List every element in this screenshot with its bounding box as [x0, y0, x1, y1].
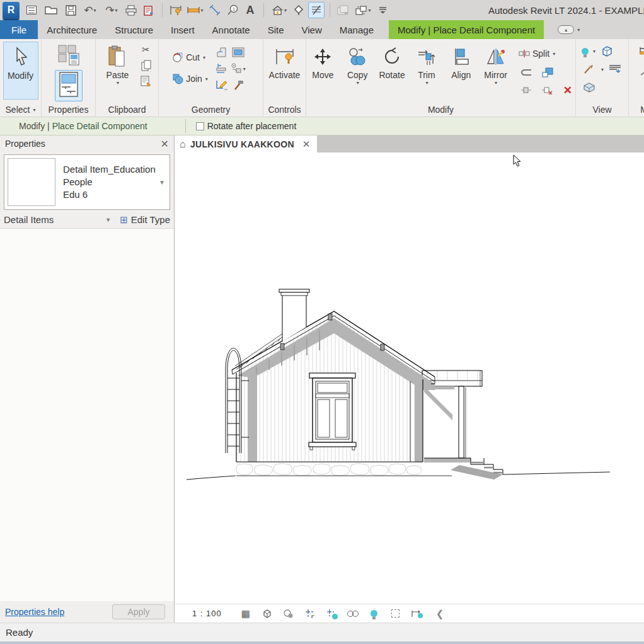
mirror-caret[interactable]: ▾: [495, 80, 497, 86]
home-view-icon[interactable]: ⌂: [180, 139, 186, 150]
panel-caption-geometry[interactable]: Geometry: [159, 103, 263, 117]
wall-joins-icon[interactable]: ▾: [231, 62, 246, 76]
measure-icon[interactable]: ▾: [185, 2, 205, 18]
rotate-button[interactable]: Rotate: [376, 42, 409, 80]
panel-caption-select[interactable]: Select▾: [0, 103, 41, 117]
section-box-icon[interactable]: [582, 81, 597, 95]
drawing-viewport[interactable]: [175, 152, 644, 604]
view-tab-active[interactable]: ⌂ JULKISIVU KAAKKOON ✕: [175, 135, 317, 152]
rotate-after-placement-checkbox[interactable]: [196, 122, 204, 130]
reveal-hidden-elements-icon[interactable]: [368, 607, 381, 620]
view-cube-icon[interactable]: [599, 44, 614, 58]
detail-level-icon[interactable]: ▦: [239, 607, 252, 620]
crop-view-icon[interactable]: [304, 607, 316, 620]
type-selector-caret[interactable]: ▼: [159, 179, 165, 186]
view-tab-close-icon[interactable]: ✕: [302, 139, 311, 150]
redo-icon[interactable]: ↷▾: [101, 2, 122, 18]
panel-caption-properties[interactable]: Properties: [42, 103, 95, 117]
split-button[interactable]: Split ▾: [519, 45, 575, 62]
apply-button[interactable]: Apply: [112, 604, 165, 619]
edit-type-button[interactable]: ⊞ Edit Type: [120, 214, 170, 226]
undo-icon[interactable]: ↶▾: [80, 2, 100, 18]
switch-windows-icon[interactable]: ▾: [353, 2, 373, 18]
family-types-button[interactable]: [57, 43, 81, 69]
match-type-properties-icon[interactable]: [139, 74, 154, 88]
demolish-icon[interactable]: [231, 78, 246, 92]
cut-caret[interactable]: ▾: [203, 55, 205, 60]
linework-brush-icon[interactable]: [582, 62, 597, 76]
reveal-hidden-ribbon-icon[interactable]: [582, 48, 589, 55]
panel-caption-measure[interactable]: Me: [629, 103, 644, 117]
tab-architecture[interactable]: Architecture: [38, 20, 106, 39]
print-icon[interactable]: [123, 2, 139, 18]
tab-structure[interactable]: Structure: [106, 20, 162, 39]
edit-profile-icon[interactable]: [214, 78, 229, 92]
properties-header[interactable]: Properties ✕: [0, 135, 174, 152]
properties-palette-button[interactable]: [55, 70, 83, 101]
pin-icon[interactable]: [519, 83, 534, 97]
cut-to-clipboard-icon[interactable]: ✂: [139, 43, 154, 57]
tab-manage[interactable]: Manage: [331, 20, 382, 39]
sun-path-icon[interactable]: [282, 607, 295, 620]
tab-site[interactable]: Site: [259, 20, 293, 39]
tab-view[interactable]: View: [293, 20, 331, 39]
undo-caret[interactable]: ▾: [94, 8, 96, 13]
print-preview-icon[interactable]: [141, 2, 157, 18]
unpin-icon[interactable]: [539, 83, 555, 97]
tab-annotate[interactable]: Annotate: [204, 20, 259, 39]
thin-lines-icon[interactable]: [308, 2, 325, 18]
temporary-hide-isolate-icon[interactable]: [347, 607, 359, 620]
activate-dimensions-icon[interactable]: [168, 2, 184, 18]
panel-caption-view[interactable]: View: [576, 103, 628, 117]
open-icon[interactable]: [41, 2, 61, 18]
panel-caption-clipboard[interactable]: Clipboard: [96, 103, 158, 117]
rotate-after-placement-option[interactable]: Rotate after placement: [196, 121, 297, 131]
mirror-button[interactable]: Mirror ▾: [479, 42, 512, 86]
scale-icon[interactable]: [540, 66, 555, 79]
trim-button[interactable]: Trim ▾: [410, 42, 444, 86]
view-scale[interactable]: 1 : 100: [192, 609, 222, 618]
underlay-icon[interactable]: [607, 62, 623, 76]
temporary-view-properties-icon[interactable]: [389, 607, 402, 620]
reveal-caret[interactable]: ▾: [593, 49, 595, 54]
measure-between-icon[interactable]: [639, 64, 644, 78]
paint-icon[interactable]: [214, 45, 229, 59]
tab-file[interactable]: File: [0, 20, 38, 39]
section-icon[interactable]: [290, 2, 307, 18]
customize-quick-access-icon[interactable]: [374, 2, 391, 18]
project-window-icon[interactable]: [23, 2, 40, 18]
tab-insert[interactable]: Insert: [162, 20, 204, 39]
show-crop-region-icon[interactable]: [325, 607, 338, 620]
properties-help-link[interactable]: Properties help: [5, 607, 64, 617]
modify-tool-button[interactable]: Modify: [3, 42, 38, 100]
ribbon-toggle-caret[interactable]: ▾: [577, 27, 580, 33]
brush-caret[interactable]: ▾: [601, 67, 604, 72]
copy-caret[interactable]: ▾: [357, 80, 359, 86]
ribbon-display-toggle[interactable]: ▲ ▾: [558, 20, 580, 39]
measure-dimension-icon[interactable]: [639, 44, 644, 58]
properties-close-icon[interactable]: ✕: [161, 138, 169, 150]
activate-dimensions-button[interactable]: Activate: [268, 42, 302, 80]
copy-button[interactable]: Copy ▾: [341, 42, 374, 86]
join-caret[interactable]: ▾: [205, 76, 208, 82]
apply-view-template-icon[interactable]: [231, 45, 246, 59]
beam-joins-icon[interactable]: [214, 62, 229, 76]
type-selector[interactable]: Detail Item_Education People Edu 6 ▼: [4, 154, 170, 210]
switch-windows-caret[interactable]: ▾: [368, 8, 371, 13]
tab-modify-contextual[interactable]: Modify | Place Detail Component: [389, 20, 544, 39]
redo-caret[interactable]: ▾: [115, 8, 118, 13]
cut-geometry-button[interactable]: Cut ▾: [172, 49, 208, 66]
delete-icon[interactable]: ✕: [560, 83, 575, 97]
visual-style-icon[interactable]: [261, 607, 273, 620]
split-caret[interactable]: ▾: [553, 51, 555, 57]
copy-to-clipboard-icon[interactable]: [139, 59, 154, 72]
view-caret[interactable]: ▾: [284, 8, 287, 13]
wall-joins-caret[interactable]: ▾: [243, 66, 246, 72]
paste-button[interactable]: Paste ▾: [101, 42, 135, 86]
revit-logo-icon[interactable]: R: [3, 2, 20, 19]
filter-chevron-icon[interactable]: ▼: [105, 217, 111, 223]
worksets-display-icon[interactable]: [411, 607, 423, 620]
panel-caption-controls[interactable]: Controls: [263, 103, 306, 117]
panel-caption-modify[interactable]: Modify: [306, 103, 575, 117]
select-caret[interactable]: ▾: [33, 107, 35, 113]
